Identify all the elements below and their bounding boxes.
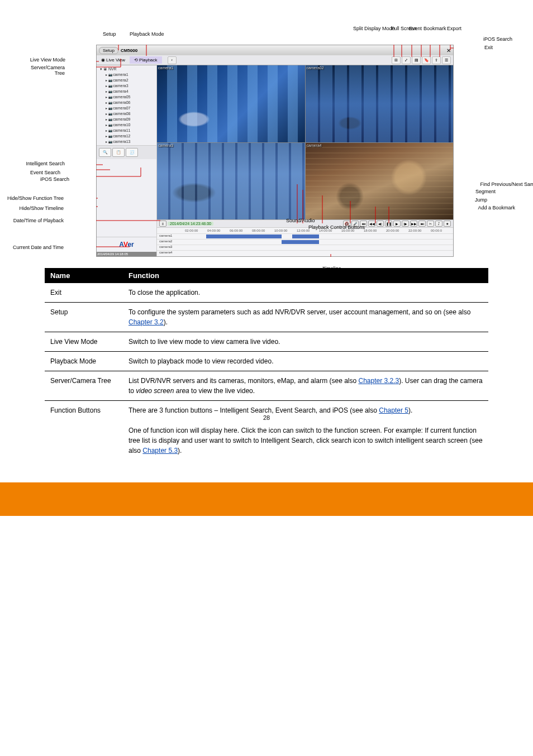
lbl-dt-playback: Date/Time of Playback — [2, 218, 64, 223]
table-header: Name Function — [45, 268, 488, 283]
link-chapter-323[interactable]: Chapter 3.2.3 — [358, 377, 399, 385]
table-row: SetupTo configure the system parameters … — [45, 303, 488, 332]
link-chapter-53[interactable]: Chapter 5.3 — [142, 447, 178, 454]
row-name: Exit — [45, 283, 123, 303]
row-name: Server/Camera Tree — [45, 371, 123, 401]
footer-bar — [0, 482, 533, 516]
lbl-hide-timeline: Hide/Show Timeline — [7, 205, 64, 211]
table-row: Function ButtonsThere are 3 function but… — [45, 401, 488, 461]
row-desc: Switch to live view mode to view camera … — [123, 332, 488, 352]
lbl-evt-search: Event Search — [30, 170, 60, 175]
link-chapter-5[interactable]: Chapter 5 — [379, 406, 408, 414]
lbl-event: Event — [409, 26, 422, 31]
row-desc: To close the application. — [123, 283, 488, 303]
lbl-objcount: iPOS Search — [483, 36, 512, 42]
row-desc: There are 3 function buttons – Intellige… — [123, 401, 488, 461]
description-table: ExitTo close the application.SetupTo con… — [45, 283, 488, 460]
row-name: Setup — [45, 303, 123, 332]
lbl-add-bm: Add a Bookmark — [478, 205, 515, 210]
lbl-segment: Segment — [475, 189, 496, 194]
lbl-sound: Sound/Audio — [286, 218, 315, 223]
lbl-bookmark: Bookmark — [423, 26, 446, 31]
lbl-export: Export — [447, 26, 461, 31]
row-name: Function Buttons — [45, 401, 123, 461]
lbl-pb-ctrl: Playback Control Buttons — [308, 224, 365, 230]
lbl-hide-tree: Hide/Show Function Tree — [1, 195, 64, 201]
lbl-exit: Exit — [484, 45, 493, 50]
row-name: Playback Mode — [45, 352, 123, 371]
lbl-playback-mode: Playback Mode — [130, 31, 164, 37]
lbl-intell: Intelligent Search — [26, 161, 65, 166]
table-row: Live View ModeSwitch to live view mode t… — [45, 332, 488, 352]
link-chapter-32[interactable]: Chapter 3.2 — [129, 318, 164, 326]
playback-screenshot: Setup CM5000 ✕ ◉ Live View ⟲ Playback ‹ … — [96, 45, 454, 257]
page-number: 28 — [263, 414, 270, 421]
lbl-setup: Setup — [103, 31, 116, 37]
table-row: Server/Camera TreeList DVR/NVR servers a… — [45, 371, 488, 401]
lbl-tree: Server/Camera Tree — [25, 65, 65, 76]
row-name: Live View Mode — [45, 332, 123, 352]
table-row: Playback ModeSwitch to playback mode to … — [45, 352, 488, 371]
lbl-timeline: Timeline — [322, 266, 341, 271]
lbl-current-dt: Current Date and Time — [2, 245, 64, 250]
lbl-live-view: Live View Mode — [26, 57, 65, 63]
row-desc: To configure the system parameters such … — [123, 303, 488, 332]
lbl-split: Split Display Mode — [353, 26, 395, 31]
table-row: ExitTo close the application. — [45, 283, 488, 303]
lbl-jump: Jump — [475, 197, 487, 203]
row-desc: Switch to playback mode to view recorded… — [123, 352, 488, 371]
lbl-find-np: Find Previous/Next Same Event — [480, 181, 533, 187]
lbl-ipos: iPOS Search — [40, 176, 69, 182]
row-desc: List DVR/NVR servers and its cameras, mo… — [123, 371, 488, 401]
